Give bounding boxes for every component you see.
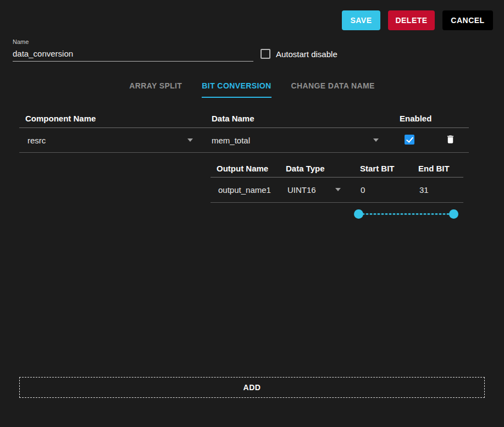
data-type-select[interactable]: UINT16 <box>287 185 316 195</box>
cancel-button[interactable]: CANCEL <box>442 10 493 30</box>
name-field-label: Name <box>13 38 29 45</box>
tab-change-data-name[interactable]: CHANGE DATA NAME <box>291 76 375 98</box>
chevron-down-icon[interactable] <box>373 138 379 142</box>
column-header-start-bit: Start BIT <box>360 164 395 173</box>
column-header-end-bit: End BIT <box>418 164 450 173</box>
column-header-data-type: Data Type <box>286 164 325 173</box>
name-input[interactable]: data_conversion <box>13 47 253 62</box>
chevron-down-icon[interactable] <box>187 138 193 142</box>
column-header-enabled: Enabled <box>400 114 431 123</box>
start-bit-value[interactable]: 0 <box>361 185 365 195</box>
end-bit-value[interactable]: 31 <box>419 185 429 195</box>
save-button[interactable]: SAVE <box>342 10 380 30</box>
slider-handle-start[interactable] <box>354 209 363 219</box>
output-name-field[interactable]: output_name1 <box>218 185 271 195</box>
autostart-checkbox[interactable] <box>261 49 270 59</box>
slider-handle-end[interactable] <box>449 209 458 219</box>
subtable-header-divider <box>211 177 463 178</box>
delete-button[interactable]: DELETE <box>388 10 435 30</box>
header-divider <box>19 127 469 128</box>
tab-bar: ARRAY SPLIT BIT CONVERSION CHANGE DATA N… <box>0 76 504 98</box>
slider-track[interactable] <box>358 213 453 215</box>
trash-icon[interactable] <box>445 134 456 145</box>
column-header-data-name: Data Name <box>212 114 254 123</box>
column-header-component-name: Component Name <box>25 114 96 123</box>
subtable-row-divider <box>211 202 463 203</box>
autostart-disable-option[interactable]: Autostart disable <box>261 49 337 59</box>
add-button[interactable]: ADD <box>19 377 485 398</box>
chevron-down-icon[interactable] <box>335 188 341 191</box>
column-header-output-name: Output Name <box>217 164 268 173</box>
enabled-checkbox[interactable] <box>405 135 414 145</box>
tab-array-split[interactable]: ARRAY SPLIT <box>129 76 182 98</box>
component-name-select[interactable]: resrc <box>27 136 46 145</box>
tab-bit-conversion[interactable]: BIT CONVERSION <box>202 76 271 98</box>
data-name-select[interactable]: mem_total <box>212 136 250 145</box>
autostart-label: Autostart disable <box>276 49 337 59</box>
row-divider <box>19 152 469 153</box>
